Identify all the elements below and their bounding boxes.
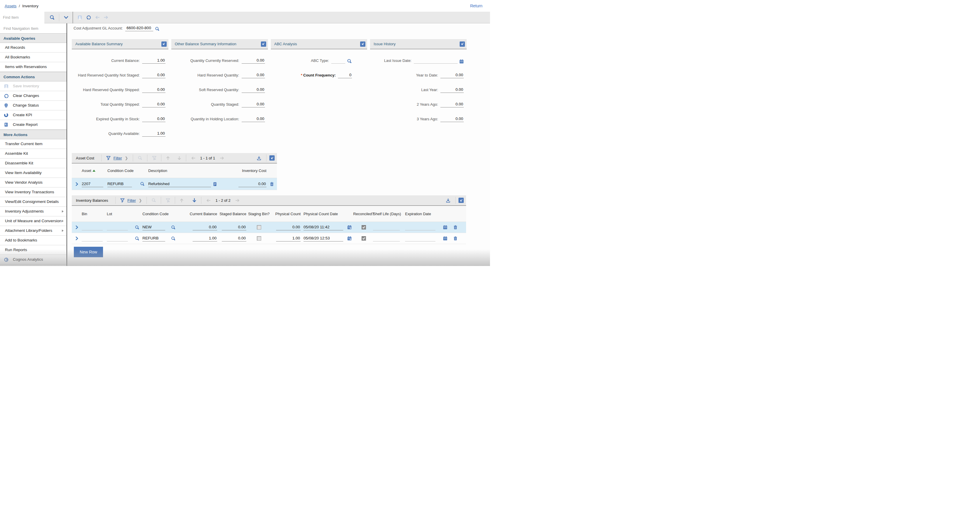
expiration-date-calendar-icon[interactable] xyxy=(440,225,450,229)
sidebar-item-create-kpi[interactable]: Create KPI xyxy=(0,110,67,120)
two-years-ago-value[interactable]: 0.00 xyxy=(441,101,464,107)
sidebar-item-view-inventory-transactions[interactable]: View Inventory Transactions xyxy=(0,188,67,197)
total-quantity-shipped-value[interactable]: 0.00 xyxy=(142,101,165,107)
staged-balance-value[interactable]: 0.00 xyxy=(222,235,246,242)
shelf-life-value[interactable] xyxy=(373,235,400,242)
filter-link[interactable]: Filter xyxy=(127,198,136,202)
column-header-physical-count[interactable]: Physical Count xyxy=(271,212,301,216)
gl-account-value[interactable]: 6600-820-800 xyxy=(125,25,153,31)
quantity-currently-reserved-value[interactable]: 0.00 xyxy=(242,57,265,64)
current-balance-value[interactable]: 0.00 xyxy=(192,224,217,230)
soft-reserved-quantity-value[interactable]: 0.00 xyxy=(242,87,265,93)
filter-icon[interactable] xyxy=(105,156,112,160)
filter-link[interactable]: Filter xyxy=(113,156,122,160)
long-description-icon[interactable] xyxy=(213,182,217,186)
new-row-button[interactable]: New Row xyxy=(74,247,103,257)
minimize-table-button[interactable] xyxy=(458,198,464,203)
condition-code-value[interactable]: REFURB xyxy=(107,181,132,187)
filter-expand-chevron-icon[interactable]: ❯ xyxy=(138,198,142,202)
column-header-staging-bin[interactable]: Staging Bin? xyxy=(246,212,271,216)
gl-account-lookup-icon[interactable] xyxy=(155,27,160,31)
row-expand-chevron-icon[interactable] xyxy=(72,237,82,240)
sidebar-item-assemble-kit[interactable]: Assemble Kit xyxy=(0,149,67,159)
shelf-life-value[interactable] xyxy=(373,224,400,230)
sidebar-item-unit-of-measure-and-conversion[interactable]: Unit of Measure and Conversion xyxy=(0,217,67,226)
abc-type-value[interactable] xyxy=(331,57,345,64)
return-link[interactable]: Return xyxy=(470,3,482,8)
sidebar-item-cognos-analytics[interactable]: Cognos Analytics xyxy=(0,255,67,264)
condition-code-lookup-icon[interactable] xyxy=(167,225,179,230)
bin-value[interactable] xyxy=(82,224,103,230)
row-expand-chevron-icon[interactable] xyxy=(72,182,82,186)
column-header-bin[interactable]: Bin xyxy=(82,212,107,216)
hard-reserved-not-staged-value[interactable]: 0.00 xyxy=(142,72,165,78)
expiration-date-value[interactable] xyxy=(405,224,436,230)
sidebar-item-view-vendor-analysis[interactable]: View Vendor Analysis xyxy=(0,178,67,188)
physical-count-date-calendar-icon[interactable] xyxy=(344,236,354,241)
sidebar-item-attachment-library-folders[interactable]: Attachment Library/Folders xyxy=(0,226,67,236)
inventory-cost-value[interactable]: 0.00 xyxy=(239,181,266,187)
condition-code-value[interactable]: NEW xyxy=(142,224,165,230)
minimize-table-button[interactable] xyxy=(269,155,275,161)
download-icon[interactable] xyxy=(255,156,263,161)
count-frequency-value[interactable]: 0 xyxy=(338,72,352,78)
year-to-date-value[interactable]: 0.00 xyxy=(441,72,464,78)
column-header-condition-code[interactable]: Condition Code xyxy=(142,212,179,216)
staging-bin-checkbox[interactable] xyxy=(257,236,261,241)
column-header-condition-code[interactable]: Condition Code xyxy=(107,169,137,173)
delete-row-trash-icon[interactable] xyxy=(450,236,461,241)
physical-count-date-value[interactable]: 05/08/20 12:53 xyxy=(304,235,343,242)
filter-icon[interactable] xyxy=(118,198,126,202)
sidebar-item-items-with-reservations[interactable]: Items with Reservations xyxy=(0,62,67,72)
expiration-date-value[interactable] xyxy=(405,235,436,242)
next-row-icon[interactable] xyxy=(191,198,198,202)
sidebar-item-run-reports[interactable]: Run Reports xyxy=(0,245,67,255)
column-header-staged-balance[interactable]: Staged Balance xyxy=(217,212,246,216)
column-header-expiration-date[interactable]: Expiration Date xyxy=(405,212,461,216)
condition-code-lookup-icon[interactable] xyxy=(137,182,148,186)
inventory-balance-row[interactable]: REFURB 1.00 0.00 1.00 05/08/20 12:53 xyxy=(72,233,466,244)
quantity-holding-location-value[interactable]: 0.00 xyxy=(242,116,265,122)
minimize-panel-button[interactable] xyxy=(261,41,266,47)
inventory-balance-row[interactable]: NEW 0.00 0.00 0.00 05/08/20 11:42 xyxy=(72,222,466,233)
sidebar-item-view-item-availability[interactable]: View Item Availability xyxy=(0,168,67,178)
asset-cost-row[interactable]: 2207 REFURB Refurbished 0.00 xyxy=(72,178,277,190)
hard-reserved-quantity-value[interactable]: 0.00 xyxy=(242,72,265,78)
sidebar-item-view-edit-consignment-details[interactable]: View/Edit Consignment Details xyxy=(0,197,67,207)
condition-code-lookup-icon[interactable] xyxy=(167,236,179,241)
lot-value[interactable] xyxy=(107,235,128,242)
minimize-panel-button[interactable] xyxy=(161,41,167,47)
minimize-panel-button[interactable] xyxy=(360,41,365,47)
description-value[interactable]: Refurbished xyxy=(148,181,211,187)
sidebar-item-inventory-adjustments[interactable]: Inventory Adjustments xyxy=(0,207,67,217)
staged-balance-value[interactable]: 0.00 xyxy=(222,224,246,230)
sidebar-item-transfer-current-item[interactable]: Transfer Current Item xyxy=(0,139,67,149)
search-icon[interactable] xyxy=(48,13,57,22)
column-header-current-balance[interactable]: Current Balance xyxy=(179,212,217,216)
bin-value[interactable] xyxy=(82,235,103,242)
sidebar-item-clear-changes[interactable]: Clear Changes xyxy=(0,91,67,101)
physical-count-value[interactable]: 0.00 xyxy=(276,224,301,230)
expired-quantity-value[interactable]: 0.00 xyxy=(142,116,165,122)
three-years-ago-value[interactable]: 0.00 xyxy=(441,116,464,122)
asset-value[interactable]: 2207 xyxy=(82,181,103,187)
physical-count-date-value[interactable]: 05/08/20 11:42 xyxy=(304,224,343,230)
abc-type-lookup-icon[interactable] xyxy=(347,59,352,64)
last-issue-date-calendar-icon[interactable] xyxy=(459,59,464,64)
quantity-available-value[interactable]: 1.00 xyxy=(142,131,165,137)
column-header-shelf-life[interactable]: Shelf Life (Days) xyxy=(373,212,405,216)
column-header-description[interactable]: Description xyxy=(148,169,227,173)
reconciled-checkbox[interactable] xyxy=(361,236,366,241)
lot-lookup-icon[interactable] xyxy=(132,225,142,230)
clear-changes-icon[interactable] xyxy=(84,13,93,22)
download-icon[interactable] xyxy=(444,198,452,203)
minimize-panel-button[interactable] xyxy=(460,41,465,47)
sidebar-item-all-bookmarks[interactable]: All Bookmarks xyxy=(0,53,67,62)
sidebar-item-create-report[interactable]: Create Report xyxy=(0,120,67,130)
staging-bin-checkbox[interactable] xyxy=(257,225,261,229)
expiration-date-calendar-icon[interactable] xyxy=(440,236,450,241)
hard-reserved-shipped-value[interactable]: 0.00 xyxy=(142,87,165,93)
condition-code-value[interactable]: REFURB xyxy=(142,235,165,242)
find-item-input[interactable] xyxy=(3,15,41,19)
last-year-value[interactable]: 0.00 xyxy=(441,87,464,93)
